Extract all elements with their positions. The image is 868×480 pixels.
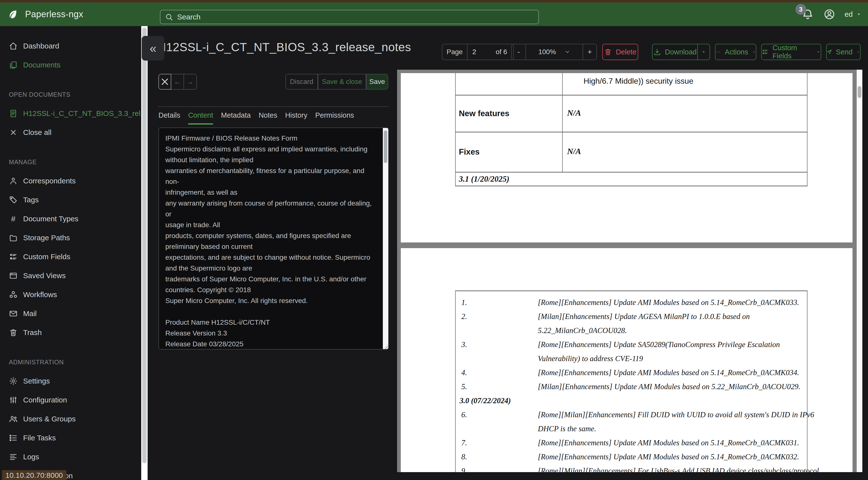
sidebar-item-label: Document Types (23, 215, 79, 223)
tab-details[interactable]: Details (158, 111, 180, 125)
tab-metadata[interactable]: Metadata (221, 111, 251, 125)
tab-notes[interactable]: Notes (258, 111, 277, 125)
release-note-line: 2.[Milan][Enhancements] Update AGESA Mil… (401, 309, 852, 324)
tab-history[interactable]: History (285, 111, 307, 125)
pdf-scrollbar-track[interactable] (857, 70, 862, 472)
list-text: [Milan][Enhancements] Update AMI Modules… (538, 382, 852, 391)
sidebar-item-label: H12SSL-i_C_CT_NT_BIOS_3.3_rel... (23, 109, 147, 118)
people-icon (9, 415, 18, 423)
caret-down-icon (752, 49, 756, 55)
list-number: 7. (401, 439, 538, 447)
list-text: [Rome][Milan][Enhancements] Fill DUID wi… (538, 410, 852, 419)
custom-fields-button[interactable]: Custom Fields (761, 44, 821, 60)
page-number-input[interactable] (467, 44, 490, 60)
user-avatar-icon[interactable] (824, 8, 835, 20)
release-note-line: DHCP is the same. (401, 422, 852, 436)
sidebar-item-label: Correspondents (23, 177, 75, 185)
table-border (807, 73, 807, 186)
sidebar-item-trash[interactable]: Trash (0, 323, 148, 342)
save-and-close-button[interactable]: Save & close (318, 74, 366, 90)
release-note-line: 5.[Milan][Enhancements] Update AMI Modul… (401, 380, 852, 394)
tab-content[interactable]: Content (188, 111, 213, 125)
global-search[interactable] (160, 10, 539, 24)
sidebar-item-document-types[interactable]: #Document Types (0, 209, 148, 228)
sidebar-item-h12ssl-i-c-ct-nt-bios-3-3-rel[interactable]: H12SSL-i_C_CT_NT_BIOS_3.3_rel... (0, 104, 148, 123)
mail-icon (9, 309, 18, 318)
delete-label: Delete (616, 48, 637, 56)
tag-icon (9, 196, 18, 204)
textarea-scrollbar-thumb[interactable] (384, 130, 387, 163)
pdf-scrollbar-thumb[interactable] (858, 86, 861, 98)
table-border (455, 95, 807, 95)
zoom-level-value: 100% (538, 48, 556, 56)
sidebar-scrollbar-thumb[interactable] (142, 28, 147, 463)
sidebar-item-logs[interactable]: Logs (0, 447, 148, 466)
send-dropdown-button[interactable]: Send (826, 44, 861, 60)
list-text: [Rome][Enhancements] Update SA50289(Tian… (538, 340, 852, 349)
sidebar: DashboardDocumentsOPEN DOCUMENTSH12SSL-i… (0, 26, 148, 480)
list-text: Vulnerability) to address CVE-119 (538, 354, 852, 363)
pdf-preview-viewer[interactable]: High/6.7 Middle)) security issue New fea… (397, 70, 862, 472)
sidebar-item-file-tasks[interactable]: File Tasks (0, 428, 148, 447)
sidebar-item-dashboard[interactable]: Dashboard (0, 36, 148, 55)
next-document-button[interactable]: → (184, 74, 197, 90)
close-icon (159, 76, 171, 88)
saved-views-icon (9, 271, 18, 280)
release-notes-list: 1.[Rome][Enhancements] Update AMI Module… (401, 295, 852, 472)
list-text: 5.22_MilanCrb_0ACOU028. (538, 326, 852, 335)
sidebar-item-settings[interactable]: Settings (0, 371, 148, 390)
download-button[interactable]: Download (652, 44, 698, 60)
sidebar-item-configuration[interactable]: Configuration (0, 390, 148, 409)
caret-down-icon (701, 49, 706, 55)
text-left-icon (9, 452, 18, 461)
document-title: H12SSL-i_C_CT_NT_BIOS_3.3_release_notes (157, 40, 411, 54)
list-number: 3. (401, 340, 538, 349)
chevron-double-left-icon: « (150, 41, 156, 55)
list-number: 6. (401, 410, 538, 419)
list-text: [Rome][Enhancements] Update AMI Modules … (538, 439, 852, 447)
navbar-right: 3 ed (801, 2, 862, 26)
user-menu[interactable]: ed (845, 10, 862, 19)
sidebar-item-close-all[interactable]: Close all (0, 123, 148, 142)
zoom-controls: - 100% + (511, 44, 597, 60)
release-note-line: Vulnerability) to address CVE-119 (401, 352, 852, 365)
app-brand[interactable]: Paperless-ngx (7, 2, 84, 26)
tab-permissions[interactable]: Permissions (315, 111, 354, 125)
sidebar-item-tags[interactable]: Tags (0, 190, 148, 209)
list-text: [Rome][Enhancements] Update AMI Modules … (538, 452, 852, 461)
discard-button[interactable]: Discard (285, 74, 318, 90)
caret-down-icon (816, 49, 821, 55)
download-dropdown-toggle[interactable] (698, 44, 710, 60)
previous-document-button[interactable]: ← (171, 74, 184, 90)
trash-icon (9, 328, 18, 337)
download-split-button: Download (652, 44, 710, 60)
search-input[interactable] (177, 13, 534, 21)
sidebar-item-mail[interactable]: Mail (0, 304, 148, 323)
sidebar-item-saved-views[interactable]: Saved Views (0, 266, 148, 285)
sidebar-item-correspondents[interactable]: Correspondents (0, 171, 148, 190)
list-text: [Rome][Enhancements] Update AMI Modules … (538, 368, 852, 377)
close-document-button[interactable] (158, 74, 171, 90)
delete-button[interactable]: Delete (602, 44, 638, 60)
notifications-button[interactable]: 3 (801, 7, 814, 22)
sidebar-item-workflows[interactable]: Workflows (0, 285, 148, 304)
three-dots-icon (715, 48, 721, 56)
sidebar-item-label: Trash (23, 328, 42, 337)
sidebar-item-custom-fields[interactable]: Custom Fields (0, 247, 148, 266)
sidebar-item-users-groups[interactable]: Users & Groups (0, 409, 148, 428)
zoom-in-button[interactable]: + (583, 44, 596, 60)
actions-dropdown-button[interactable]: Actions (715, 44, 756, 60)
list-text: [Milan][Enhancements] Update AGESA Milan… (538, 312, 852, 321)
list-number: 2. (401, 312, 538, 321)
sidebar-item-storage-paths[interactable]: Storage Paths (0, 228, 148, 247)
zoom-out-button[interactable]: - (512, 44, 526, 60)
content-textarea[interactable] (158, 127, 389, 350)
release-note-line: 5.22_MilanCrb_0ACOU028. (401, 324, 852, 337)
sidebar-item-documents[interactable]: Documents (0, 55, 148, 74)
custom-fields-icon (9, 252, 18, 261)
zoom-level-select[interactable]: 100% (526, 44, 583, 60)
sidebar-item-label: Users & Groups (23, 415, 75, 423)
sidebar-collapse-button[interactable]: « (142, 36, 164, 61)
save-button[interactable]: Save (366, 74, 388, 90)
workflows-icon (9, 290, 18, 299)
